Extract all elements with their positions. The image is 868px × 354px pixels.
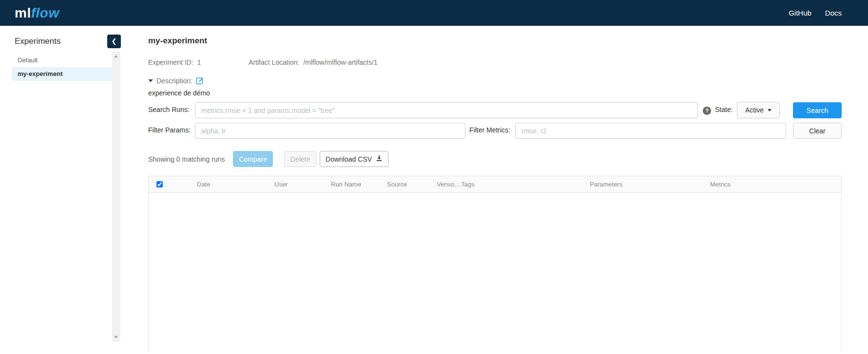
nav-link-docs[interactable]: Docs: [825, 9, 842, 17]
chevron-down-icon: [768, 109, 772, 112]
logo-text-flow: flow: [31, 5, 59, 20]
sidebar-scrollbar[interactable]: [112, 52, 120, 342]
filter-params-label: Filter Params:: [148, 126, 191, 134]
column-header-user[interactable]: User: [274, 176, 288, 193]
column-header-metrics[interactable]: Metrics: [710, 176, 731, 193]
logo-text-ml: ml: [15, 5, 31, 20]
artifact-location-value: /mlflow/mlflow-artifacts/1: [303, 58, 377, 66]
description-label: Description:: [156, 77, 193, 85]
matching-runs-count: Showing 0 matching runs: [148, 155, 225, 163]
collapse-caret-icon[interactable]: [148, 79, 153, 82]
scroll-up-icon[interactable]: [114, 55, 118, 57]
filter-metrics-input[interactable]: [515, 123, 786, 139]
column-header-parameters[interactable]: Parameters: [590, 176, 622, 193]
artifact-location: Artifact Location: /mlflow/mlflow-artifa…: [249, 58, 378, 66]
column-header-version[interactable]: Versio…: [437, 176, 461, 193]
sidebar-title: Experiments: [15, 37, 60, 46]
column-header-date[interactable]: Date: [197, 176, 210, 193]
compare-button[interactable]: Compare: [233, 151, 273, 167]
state-dropdown-value: Active: [745, 106, 764, 114]
checkbox-dot: .: [165, 176, 166, 194]
download-csv-button[interactable]: Download CSV: [320, 151, 388, 167]
column-header-source[interactable]: Source: [387, 176, 407, 193]
page-title: my-experiment: [148, 36, 207, 46]
download-icon: [376, 155, 383, 163]
column-header-tags[interactable]: Tags: [461, 176, 474, 193]
experiment-id-label: Experiment ID:: [148, 58, 193, 66]
help-icon[interactable]: ?: [703, 107, 711, 115]
mlflow-app: mlflow GitHub Docs Experiments ❮ Default…: [0, 0, 868, 354]
clear-button[interactable]: Clear: [793, 123, 842, 139]
filter-params-input[interactable]: [195, 123, 465, 139]
experiment-id-value: 1: [197, 58, 201, 66]
experiment-id: Experiment ID: 1: [148, 58, 201, 66]
artifact-location-label: Artifact Location:: [249, 58, 299, 66]
delete-button[interactable]: Delete: [284, 151, 316, 167]
runs-table: . Date User Run Name Source Versio… Tags…: [148, 176, 842, 352]
description-text: experience de démo: [148, 89, 210, 97]
search-runs-label: Search Runs:: [148, 106, 190, 113]
search-runs-input[interactable]: [195, 102, 698, 118]
sidebar-collapse-button[interactable]: ❮: [107, 35, 121, 48]
select-all-checkbox[interactable]: [156, 181, 163, 187]
download-csv-label: Download CSV: [326, 155, 372, 163]
navbar: mlflow GitHub Docs: [0, 0, 868, 26]
runs-table-body: [149, 193, 841, 352]
mlflow-logo[interactable]: mlflow: [15, 0, 59, 26]
search-button[interactable]: Search: [793, 102, 842, 118]
nav-links: GitHub Docs: [789, 9, 842, 17]
nav-link-github[interactable]: GitHub: [789, 9, 811, 17]
scroll-down-icon[interactable]: [114, 336, 118, 338]
sidebar-item-my-experiment[interactable]: my-experiment: [12, 67, 112, 81]
chevron-left-icon: ❮: [112, 37, 117, 45]
filter-metrics-label: Filter Metrics:: [469, 126, 510, 134]
state-label: State:: [715, 106, 733, 113]
column-header-run-name[interactable]: Run Name: [331, 176, 361, 193]
experiment-list: Default my-experiment: [12, 54, 112, 81]
sidebar-item-default[interactable]: Default: [12, 54, 112, 67]
edit-description-icon[interactable]: [196, 76, 204, 85]
runs-table-header: . Date User Run Name Source Versio… Tags…: [149, 176, 841, 193]
state-dropdown[interactable]: Active: [737, 102, 780, 118]
description-row: Description:: [148, 76, 204, 85]
